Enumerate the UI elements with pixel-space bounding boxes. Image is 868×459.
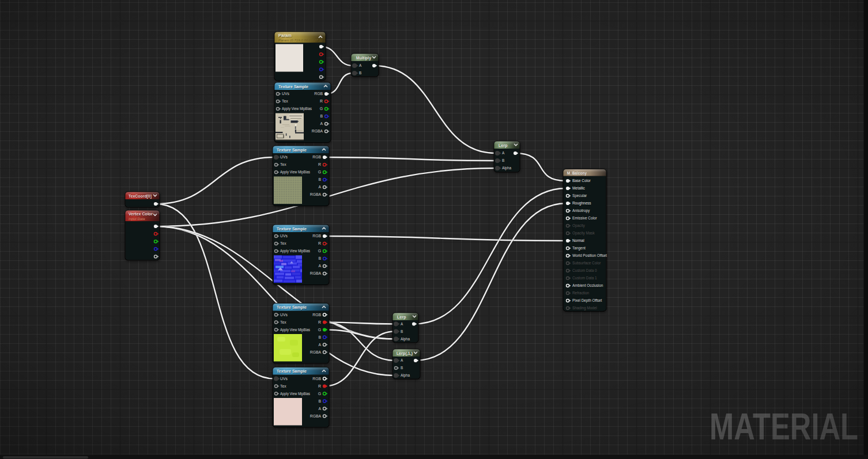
svg-text:World Position Offset: World Position Offset [572,253,607,257]
svg-text:R: R [318,384,321,388]
svg-text:B: B [318,335,321,339]
svg-text:UVs: UVs [280,155,288,159]
svg-text:A: A [318,264,321,268]
svg-text:B: B [318,177,321,181]
svg-text:Texture Sample: Texture Sample [277,147,307,153]
svg-text:Roughness: Roughness [572,201,591,206]
svg-text:Apply View MipBias: Apply View MipBias [280,328,311,332]
svg-text:Alpha: Alpha [401,373,410,378]
svg-text:R: R [318,241,321,245]
svg-text:UVs: UVs [282,92,289,96]
svg-text:Emissive Color: Emissive Color [572,216,597,220]
svg-text:Vertex Color: Vertex Color [129,212,153,216]
svg-text:UVs: UVs [280,234,288,238]
svg-text:Shading Model: Shading Model [572,306,597,310]
svg-text:Tex: Tex [280,162,286,166]
svg-text:A: A [320,122,323,126]
svg-text:Lerp: Lerp [397,314,406,320]
svg-text:Opacity: Opacity [572,223,585,228]
svg-text:Metallic: Metallic [572,186,585,190]
svg-text:Anisotropy: Anisotropy [572,208,590,213]
svg-text:B: B [320,114,323,118]
svg-text:RGBA: RGBA [310,414,322,418]
svg-text:R: R [320,99,323,103]
svg-text:RGB: RGB [312,313,321,317]
svg-text:Ambient Occlusion: Ambient Occlusion [572,283,603,287]
svg-text:A: A [318,185,321,189]
svg-text:Apply View MipBias: Apply View MipBias [282,107,312,111]
svg-text:Alpha: Alpha [401,337,410,342]
svg-text:R: R [318,162,321,166]
svg-text:Base Color: Base Color [572,179,591,183]
svg-text:B: B [401,329,403,333]
svg-text:RGB: RGB [312,234,321,238]
svg-text:RGB: RGB [312,377,321,381]
svg-text:Apply View MipBias: Apply View MipBias [280,392,311,396]
svg-text:G: G [318,170,321,174]
svg-text:A: A [318,407,321,411]
svg-text:Opacity Mask: Opacity Mask [572,231,595,236]
svg-text:G: G [320,107,323,111]
svg-text:R: R [318,320,321,324]
svg-text:B: B [502,158,504,162]
svg-text:RGBA: RGBA [310,271,322,275]
svg-text:B: B [359,71,361,75]
svg-text:RGBA: RGBA [310,192,322,196]
svg-text:UVs: UVs [280,313,288,317]
svg-text:RGB: RGB [312,155,321,159]
svg-text:RGB: RGB [314,92,323,96]
svg-text:Subsurface Color: Subsurface Color [572,261,601,265]
svg-text:Custom Data 1: Custom Data 1 [572,276,597,280]
svg-text:Lerp(,1,): Lerp(,1,) [397,351,413,356]
svg-text:Apply View MipBias: Apply View MipBias [280,249,311,253]
svg-text:Refraction: Refraction [572,291,590,295]
svg-text:Tex: Tex [282,99,288,103]
svg-text:B: B [401,366,403,370]
svg-text:Texture Sample: Texture Sample [277,305,307,310]
svg-text:Tex: Tex [280,384,286,388]
svg-text:G: G [318,392,321,396]
svg-text:Tex: Tex [280,241,286,245]
svg-text:Pixel Depth Offset: Pixel Depth Offset [572,298,602,303]
svg-text:UVs: UVs [280,377,288,381]
svg-text:Texture Sample: Texture Sample [277,369,307,374]
svg-text:M_Balcony: M_Balcony [567,170,587,176]
svg-text:Multiply: Multiply [356,55,371,60]
svg-text:A: A [318,343,321,347]
svg-text:Tangent: Tangent [572,246,586,251]
svg-text:TexCoord[0]: TexCoord[0] [129,194,152,199]
svg-text:Texture Sample: Texture Sample [278,84,308,89]
svg-text:Normal: Normal [572,238,584,242]
svg-text:B: B [318,399,321,403]
svg-text:Texture Sample: Texture Sample [277,226,307,232]
svg-text:Apply View MipBias: Apply View MipBias [280,170,311,175]
svg-text:Input Data: Input Data [129,217,145,221]
svg-text:G: G [318,328,321,332]
svg-text:Lerp: Lerp [499,143,508,148]
svg-text:Param: Param [278,33,292,38]
svg-text:Alpha: Alpha [502,166,512,170]
svg-text:Custom Data 0: Custom Data 0 [572,268,597,272]
svg-text:Specular: Specular [572,194,587,198]
svg-text:RGBA: RGBA [312,129,323,133]
svg-text:RGBA: RGBA [310,350,322,354]
svg-text:Param (0.719,0.66,0.627,1): Param (0.719,0.66,0.627,1) [278,38,322,42]
svg-text:B: B [318,256,321,260]
svg-text:G: G [318,249,321,253]
svg-text:Tex: Tex [280,320,286,324]
